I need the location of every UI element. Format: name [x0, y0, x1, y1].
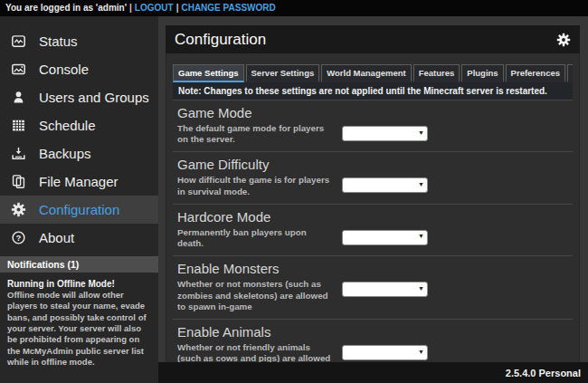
- logged-in-text: You are logged in as 'admin': [5, 3, 127, 13]
- enable-monsters-select[interactable]: [342, 282, 428, 297]
- schedule-icon: [11, 118, 26, 133]
- main-area: Configuration Game Settings Server Setti…: [158, 16, 588, 383]
- top-bar: You are logged in as 'admin'|LOGOUT|CHAN…: [0, 0, 588, 16]
- setting-select-wrap: ▼: [342, 280, 428, 297]
- tab-label: Features: [419, 68, 455, 78]
- setting-select-wrap: ▼: [342, 343, 428, 360]
- sidebar-menu: Status Console Users and Groups Schedule: [0, 16, 158, 252]
- page-title: Configuration: [175, 31, 266, 49]
- gear-icon[interactable]: [556, 33, 571, 47]
- setting-description: The default game mode for players on the…: [177, 123, 331, 145]
- hardcore-mode-select[interactable]: [342, 230, 428, 245]
- restart-note: Note: Changes to these settings are not …: [173, 82, 573, 100]
- tab-server-settings[interactable]: Server Settings: [246, 64, 320, 82]
- setting-description: Whether or not monsters (such as zombies…: [177, 279, 331, 312]
- setting-title: Game Difficulty: [177, 157, 568, 172]
- setting-description: Whether or not friendly animals (such as…: [177, 342, 331, 362]
- sidebar-item-label: Backups: [39, 146, 91, 161]
- enable-animals-select[interactable]: [342, 345, 428, 360]
- sidebar-item-users-and-groups[interactable]: Users and Groups: [0, 83, 158, 111]
- backups-icon: [11, 146, 26, 161]
- logout-link[interactable]: LOGOUT: [135, 3, 174, 13]
- notification-title: Running in Offline Mode!: [7, 278, 151, 290]
- setting-body: Permanently ban players upon death. ▼: [177, 227, 568, 249]
- panel-header: Configuration: [166, 25, 580, 53]
- separator: |: [129, 3, 132, 13]
- notifications-header: Notifications (1): [0, 256, 158, 273]
- setting-body: Whether or not monsters (such as zombies…: [177, 279, 568, 312]
- setting-row-hardcore-mode: Hardcore Mode Permanently ban players up…: [173, 204, 573, 255]
- version-text: 2.5.4.0 Personal: [506, 368, 581, 378]
- footer-bar: 2.5.4.0 Personal: [158, 362, 588, 383]
- setting-title: Enable Monsters: [177, 261, 568, 276]
- setting-title: Game Mode: [177, 105, 568, 120]
- tab-bar: Game Settings Server Settings World Mana…: [173, 64, 573, 82]
- change-password-link[interactable]: CHANGE PASSWORD: [181, 3, 275, 13]
- sidebar: Status Console Users and Groups Schedule: [0, 16, 158, 383]
- users-icon: [11, 90, 26, 105]
- setting-body: Whether or not friendly animals (such as…: [177, 342, 568, 362]
- notification-text: Offline mode will allow other players to…: [7, 290, 151, 368]
- setting-body: The default game mode for players on the…: [177, 123, 568, 145]
- console-icon: [11, 62, 26, 77]
- setting-row-game-difficulty: Game Difficulty How difficult the game i…: [173, 151, 573, 203]
- tab-preferences[interactable]: Preferences: [506, 64, 565, 82]
- sidebar-item-label: Console: [39, 62, 89, 77]
- tab-label: Preferences: [511, 68, 560, 78]
- tab-world-management[interactable]: World Management: [321, 64, 411, 82]
- tab-label: World Management: [327, 68, 405, 78]
- setting-row-enable-monsters: Enable Monsters Whether or not monsters …: [173, 255, 573, 319]
- setting-description: How difficult the game is for players in…: [177, 175, 331, 196]
- setting-select-wrap: ▼: [342, 176, 428, 193]
- file-manager-icon: [11, 174, 26, 189]
- sidebar-item-backups[interactable]: Backups: [0, 139, 158, 168]
- configuration-panel: Configuration Game Settings Server Setti…: [166, 25, 580, 362]
- svg-text:?: ?: [16, 234, 22, 243]
- panel-body: Game Settings Server Settings World Mana…: [166, 53, 580, 362]
- setting-row-game-mode: Game Mode The default game mode for play…: [173, 100, 573, 151]
- sidebar-item-label: Schedule: [39, 118, 96, 133]
- tab-login-users[interactable]: Login Users: [567, 64, 573, 82]
- sidebar-item-label: Users and Groups: [39, 90, 149, 105]
- sidebar-item-configuration[interactable]: Configuration: [0, 196, 158, 224]
- setting-title: Hardcore Mode: [177, 209, 568, 225]
- sidebar-item-label: Status: [39, 34, 78, 49]
- sidebar-item-file-manager[interactable]: File Manager: [0, 168, 158, 196]
- question-icon: ?: [11, 230, 26, 245]
- sidebar-item-label: Configuration: [39, 202, 119, 217]
- status-icon: [11, 34, 26, 49]
- sidebar-item-console[interactable]: Console: [0, 55, 158, 83]
- game-mode-select[interactable]: [342, 126, 428, 141]
- setting-row-enable-animals: Enable Animals Whether or not friendly a…: [173, 319, 573, 362]
- tab-label: Server Settings: [251, 68, 315, 78]
- separator: |: [176, 3, 179, 13]
- setting-select-wrap: ▼: [342, 124, 428, 141]
- tab-features[interactable]: Features: [413, 64, 460, 82]
- sidebar-item-about[interactable]: ? About: [0, 224, 158, 252]
- setting-body: How difficult the game is for players in…: [177, 175, 568, 196]
- gear-icon: [11, 202, 26, 217]
- setting-select-wrap: ▼: [342, 228, 428, 245]
- notification-item: Running in Offline Mode! Offline mode wi…: [0, 273, 158, 373]
- tab-label: Plugins: [467, 68, 498, 78]
- tab-label: Game Settings: [178, 68, 239, 78]
- setting-title: Enable Animals: [177, 324, 568, 340]
- game-difficulty-select[interactable]: [342, 177, 428, 193]
- settings-list: Game Mode The default game mode for play…: [173, 100, 573, 362]
- sidebar-item-schedule[interactable]: Schedule: [0, 111, 158, 139]
- page-body: Status Console Users and Groups Schedule: [0, 16, 588, 383]
- tab-plugins[interactable]: Plugins: [461, 64, 503, 82]
- sidebar-item-label: File Manager: [39, 174, 119, 189]
- sidebar-item-label: About: [39, 230, 74, 245]
- sidebar-item-status[interactable]: Status: [0, 27, 158, 55]
- setting-description: Permanently ban players upon death.: [177, 227, 331, 249]
- tab-game-settings[interactable]: Game Settings: [173, 64, 244, 82]
